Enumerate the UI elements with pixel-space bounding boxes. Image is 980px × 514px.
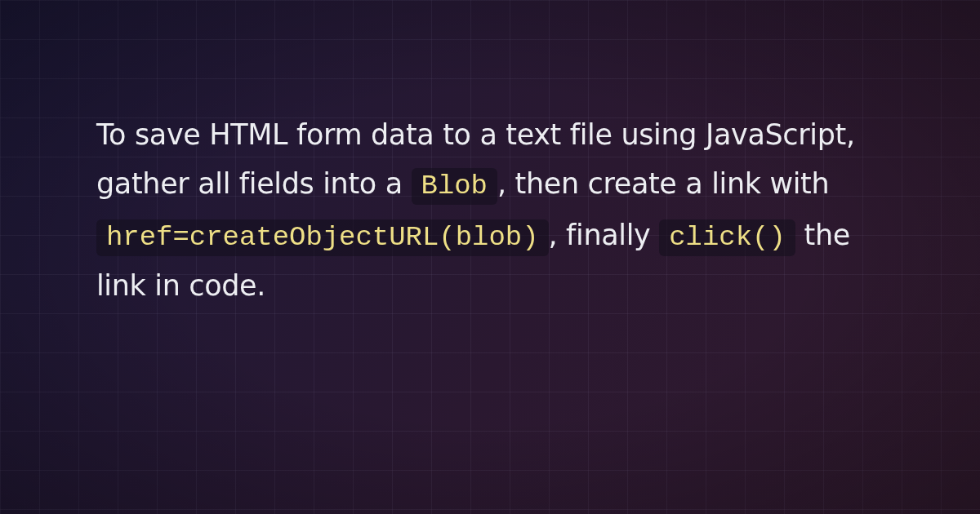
text-segment: , then create a link with — [497, 167, 829, 200]
code-blob: Blob — [412, 168, 497, 205]
code-create-object-url: href=createObjectURL(blob) — [96, 219, 549, 256]
explanation-paragraph: To save HTML form data to a text file us… — [96, 110, 884, 310]
code-click: click() — [659, 219, 795, 256]
text-segment: , finally — [549, 219, 660, 251]
